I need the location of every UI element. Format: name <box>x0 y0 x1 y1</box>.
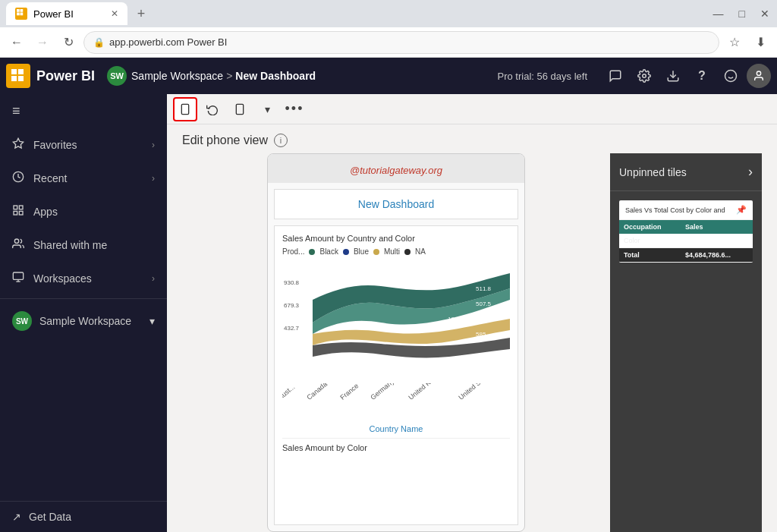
shared-label: Shared with me <box>33 239 155 251</box>
workspaces-chevron: › <box>152 273 155 284</box>
new-tab-button[interactable]: + <box>131 3 152 24</box>
svg-rect-5 <box>18 69 24 74</box>
unpinned-content: Sales Vs Total Cost by Color and 📌 Occup… <box>610 191 762 532</box>
browser-chrome: Power BI ✕ + — □ ✕ ← → ↻ 🔒 app.powerbi.c… <box>0 0 777 58</box>
workspaces-label: Workspaces <box>33 272 143 285</box>
lock-icon: 🔒 <box>93 37 105 48</box>
trial-badge: Pro trial: 56 days left <box>498 71 588 82</box>
td-sales-val <box>681 234 753 248</box>
settings-button[interactable] <box>631 63 657 89</box>
browser-tab[interactable]: Power BI ✕ <box>6 2 127 25</box>
bookmark-button[interactable]: ☆ <box>724 32 745 53</box>
address-text: app.powerbi.com Power BI <box>109 36 227 48</box>
workspace-name: Sample Workspace <box>131 70 223 82</box>
svg-text:507.5: 507.5 <box>476 301 492 307</box>
tile-card[interactable]: Sales Vs Total Cost by Color and 📌 Occup… <box>619 200 753 263</box>
close-button[interactable]: ✕ <box>753 6 777 21</box>
grid-menu-button[interactable] <box>6 64 30 88</box>
get-data-button[interactable]: ↗ Get Data <box>12 511 155 523</box>
sidebar-item-shared[interactable]: Shared with me <box>0 228 167 262</box>
phone-view-header: Edit phone view i <box>167 124 777 153</box>
dashboard-title-tile[interactable]: New Dashboard <box>274 189 518 219</box>
favorites-icon <box>12 137 24 153</box>
chart-country-name: Country Name <box>282 424 510 433</box>
sidebar-item-workspaces[interactable]: Workspaces › <box>0 262 167 295</box>
sidebar-workspace-item[interactable]: SW Sample Workspace ▾ <box>0 302 167 340</box>
breadcrumb: SW Sample Workspace > New Dashboard <box>107 66 482 86</box>
undo-button[interactable] <box>200 97 225 121</box>
phone-mockup-wrapper: @tutorialgateway.org New Dashboard Sales… <box>182 153 610 532</box>
chevron-down-button[interactable]: ▾ <box>255 97 279 121</box>
stream-chart: 930.8 679.3 432.7 <box>282 262 510 383</box>
info-icon[interactable]: i <box>274 134 288 147</box>
close-tab-button[interactable]: ✕ <box>111 8 118 19</box>
phone-mockup: @tutorialgateway.org New Dashboard Sales… <box>267 153 525 532</box>
tile-table: Occupation Sales Color <box>619 220 753 263</box>
dashboard-title-text: New Dashboard <box>358 198 434 210</box>
sidebar-hamburger-button[interactable]: ≡ <box>0 94 167 128</box>
x-label-canada: Canada <box>305 383 341 417</box>
refresh-button[interactable]: ↻ <box>58 32 79 53</box>
edit-phone-view-label: Edit phone view <box>182 134 268 147</box>
breadcrumb-current: New Dashboard <box>235 70 316 82</box>
chart-svg-wrapper: 930.8 679.3 432.7 <box>282 262 510 386</box>
svg-point-13 <box>757 71 760 75</box>
pin-icon[interactable]: 📌 <box>736 205 747 215</box>
svg-rect-26 <box>236 104 243 114</box>
svg-text:930.8: 930.8 <box>284 279 300 286</box>
unpinned-chevron[interactable]: › <box>748 164 753 180</box>
maximize-button[interactable]: □ <box>731 6 753 21</box>
td-total-value: $4,684,786.6... <box>681 248 753 263</box>
sidebar-item-recent[interactable]: Recent › <box>0 162 167 195</box>
svg-rect-18 <box>19 211 23 215</box>
breadcrumb-workspace[interactable]: SW Sample Workspace <box>107 66 223 86</box>
sample-workspace-label: Sample Workspace <box>39 315 142 327</box>
sidebar-nav: Favorites › Recent › Apps <box>0 128 167 501</box>
x-label-uk: United King... <box>407 383 456 417</box>
app-container: Power BI SW Sample Workspace > New Dashb… <box>0 58 777 532</box>
svg-rect-24 <box>181 104 188 114</box>
legend-multi-dot <box>373 249 379 255</box>
sidebar-item-favorites[interactable]: Favorites › <box>0 128 167 162</box>
address-bar[interactable]: 🔒 app.powerbi.com Power BI <box>83 31 719 54</box>
sidebar: ≡ Favorites › Recent › <box>0 94 167 532</box>
breadcrumb-separator: > <box>226 70 232 82</box>
legend-prefix: Prod... <box>282 247 304 256</box>
svg-rect-7 <box>18 76 24 81</box>
tile-card-header: Sales Vs Total Cost by Color and 📌 <box>619 200 753 220</box>
download-nav-button[interactable] <box>660 63 686 89</box>
browser-toolbar: ← → ↻ 🔒 app.powerbi.com Power BI ☆ ⬇ <box>0 27 777 58</box>
main-area: ≡ Favorites › Recent › <box>0 94 777 532</box>
chat-button[interactable] <box>602 63 628 89</box>
phone-view-toolbar-button[interactable] <box>173 97 197 121</box>
sidebar-bottom: ↗ Get Data <box>0 501 167 532</box>
favorites-label: Favorites <box>33 139 143 151</box>
phone-area: @tutorialgateway.org New Dashboard Sales… <box>167 153 777 532</box>
topbar: Power BI SW Sample Workspace > New Dashb… <box>0 58 777 94</box>
phone-header: @tutorialgateway.org <box>268 154 524 183</box>
feedback-button[interactable] <box>718 63 744 89</box>
help-button[interactable]: ? <box>689 63 715 89</box>
legend-black-dot <box>309 249 315 255</box>
svg-rect-21 <box>13 272 23 279</box>
x-labels-container: Aust... Canada France Germany United Kin… <box>282 383 510 421</box>
more-actions-button[interactable]: ••• <box>282 97 307 121</box>
svg-text:679.3: 679.3 <box>284 302 300 309</box>
legend-black-label: Black <box>319 247 338 256</box>
sidebar-item-apps[interactable]: Apps <box>0 195 167 228</box>
download-button[interactable]: ⬇ <box>750 32 771 53</box>
device-view-button[interactable] <box>228 97 252 121</box>
svg-rect-6 <box>11 76 17 81</box>
back-button[interactable]: ← <box>6 32 27 53</box>
workspace-expand-chevron: ▾ <box>149 315 155 327</box>
favorites-chevron: › <box>152 140 155 150</box>
forward-button[interactable]: → <box>32 32 53 53</box>
x-label-us: United States <box>457 383 506 417</box>
apps-icon <box>12 204 24 219</box>
chart2-title: Sales Amount by Color <box>282 438 510 452</box>
th-sales: Sales <box>681 220 753 234</box>
minimize-button[interactable]: — <box>706 6 731 21</box>
unpinned-header: Unpinned tiles › <box>610 153 762 191</box>
tab-favicon <box>15 8 27 20</box>
user-avatar[interactable] <box>747 64 771 88</box>
